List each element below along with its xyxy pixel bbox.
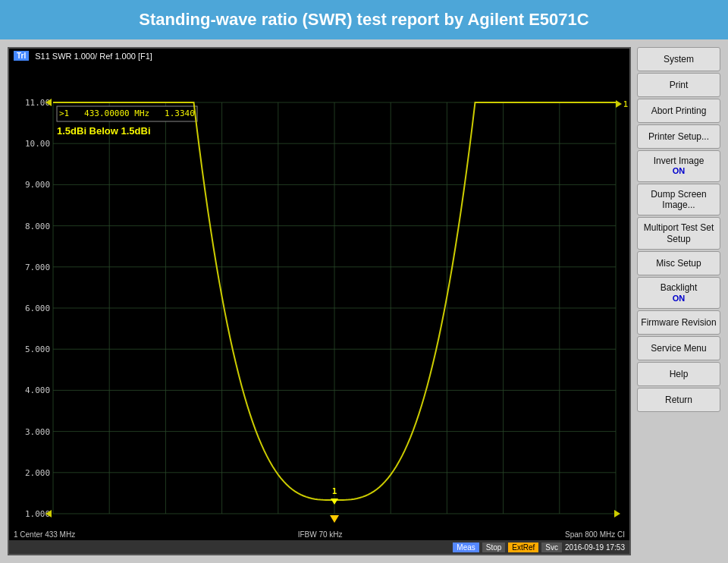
sidebar-btn-abort-printing[interactable]: Abort Printing (637, 99, 720, 123)
swr-chart-canvas (9, 63, 629, 529)
center-label: 1 Center 433 MHz (14, 530, 75, 539)
status-meas: Meas (453, 543, 479, 552)
status-stop: Stop (482, 543, 506, 552)
status-svc: Svc (541, 543, 562, 552)
sidebar-btn-multiport-test-set-setup[interactable]: Multiport Test Set Setup (637, 217, 720, 250)
page-title: Standing-wave ratio (SWR) test report by… (139, 10, 588, 30)
chart-wrapper (9, 63, 629, 529)
sidebar-btn-firmware-revision[interactable]: Firmware Revision (637, 310, 720, 335)
bottom-status-bar: Meas Stop ExtRef Svc 2016-09-19 17:53 (9, 540, 629, 554)
chart-header: Trl S11 SWR 1.000/ Ref 1.000 [F1] (9, 49, 629, 63)
status-timestamp: 2016-09-19 17:53 (565, 543, 625, 552)
sidebar: SystemPrintAbort PrintingPrinter Setup..… (637, 47, 720, 555)
sidebar-btn-backlight[interactable]: BacklightON (637, 277, 720, 309)
sidebar-btn-dump-screen-image[interactable]: Dump Screen Image... (637, 184, 720, 216)
ifbw-label: IFBW 70 kHz (298, 530, 343, 539)
sidebar-btn-print[interactable]: Print (637, 73, 720, 97)
chart-channel-info: S11 SWR 1.000/ Ref 1.000 [F1] (35, 52, 152, 61)
chart-status-bar: 1 Center 433 MHz IFBW 70 kHz Span 800 MH… (9, 529, 629, 540)
sidebar-btn-service-menu[interactable]: Service Menu (637, 336, 720, 360)
sidebar-btn-system[interactable]: System (637, 47, 720, 71)
span-label: Span 800 MHz CI (565, 530, 625, 539)
sidebar-btn-return[interactable]: Return (637, 388, 720, 412)
sidebar-btn-printer-setup[interactable]: Printer Setup... (637, 124, 720, 149)
trl-badge: Trl (14, 51, 29, 61)
chart-container: Trl S11 SWR 1.000/ Ref 1.000 [F1] 1 Cent… (8, 47, 631, 555)
main-content: Trl S11 SWR 1.000/ Ref 1.000 [F1] 1 Cent… (0, 39, 728, 563)
sidebar-btn-misc-setup[interactable]: Misc Setup (637, 251, 720, 275)
sidebar-btn-invert-image[interactable]: Invert ImageON (637, 150, 720, 182)
page-header: Standing-wave ratio (SWR) test report by… (0, 0, 728, 39)
status-extref: ExtRef (508, 543, 538, 552)
sidebar-btn-help[interactable]: Help (637, 362, 720, 386)
